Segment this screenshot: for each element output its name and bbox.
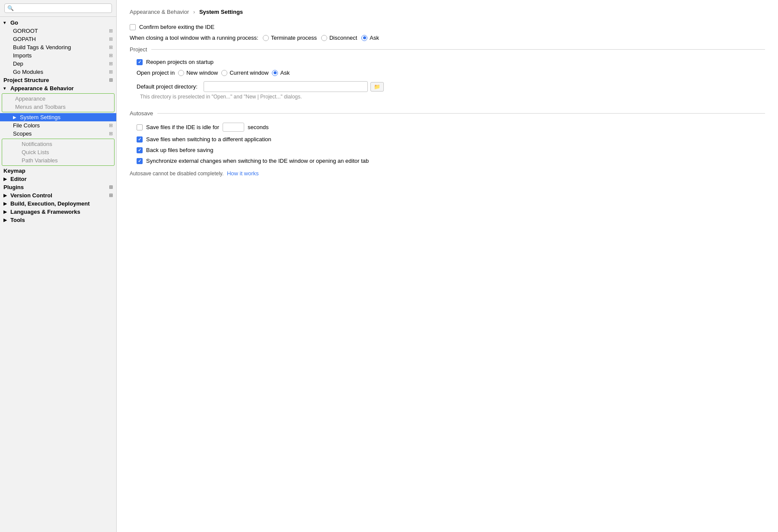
settings-icon: ⊞: [109, 193, 113, 198]
settings-icon: ⊞: [109, 184, 113, 190]
sidebar-item-goroot[interactable]: GOROOT ⊞: [0, 27, 116, 35]
sync-external-row: Synchronize external changes when switch…: [137, 158, 765, 164]
sidebar-item-tools[interactable]: ▶ Tools: [0, 216, 116, 224]
sync-external-checkbox[interactable]: [137, 158, 143, 164]
save-switching-checkbox[interactable]: [137, 136, 143, 142]
sidebar-item-quick-lists[interactable]: Quick Lists: [2, 148, 114, 156]
terminate-radio[interactable]: [263, 35, 269, 41]
chevron-right-icon: ▶: [3, 193, 9, 198]
disconnect-option[interactable]: Disconnect: [321, 35, 357, 41]
search-wrapper: 🔍: [4, 3, 112, 13]
sidebar-item-plugins[interactable]: Plugins ⊞: [0, 183, 116, 191]
search-container: 🔍: [0, 0, 116, 17]
default-dir-input[interactable]: [204, 81, 368, 92]
new-window-option[interactable]: New window: [178, 70, 218, 76]
ask-radio[interactable]: [361, 35, 367, 41]
settings-icon: ⊞: [109, 61, 113, 66]
chevron-right-icon: ▶: [3, 201, 9, 206]
breadcrumb: Appearance & Behavior › System Settings: [130, 9, 765, 15]
sidebar-item-menus-toolbars[interactable]: Menus and Toolbars: [2, 103, 114, 111]
closing-tool-window-row: When closing a tool window with a runnin…: [130, 35, 765, 41]
save-switching-label[interactable]: Save files when switching to a different…: [137, 136, 271, 142]
settings-icon: ⊞: [109, 131, 113, 136]
current-window-option[interactable]: Current window: [221, 70, 268, 76]
save-idle-label[interactable]: Save files if the IDE is idle for 15 sec…: [137, 123, 269, 132]
confirm-exit-label[interactable]: Confirm before exiting the IDE: [130, 24, 214, 30]
sidebar-item-editor[interactable]: ▶ Editor: [0, 175, 116, 183]
sidebar-item-languages-frameworks[interactable]: ▶ Languages & Frameworks: [0, 208, 116, 216]
idle-seconds-input[interactable]: 15: [223, 123, 244, 132]
settings-icon: ⊞: [109, 53, 113, 58]
terminate-process-option[interactable]: Terminate process: [263, 35, 317, 41]
green-group-top: Appearance Menus and Toolbars: [2, 93, 115, 112]
sidebar-item-system-settings[interactable]: ▶ System Settings: [0, 113, 116, 121]
sidebar-item-build-tags[interactable]: Build Tags & Vendoring ⊞: [0, 43, 116, 51]
chevron-right-icon: ▶: [13, 115, 18, 120]
section-divider: [151, 49, 765, 50]
ask-option[interactable]: Ask: [361, 35, 379, 41]
sidebar: 🔍 ▾ Go GOROOT ⊞ GOPATH ⊞ Build Tags & Ve…: [0, 0, 117, 532]
ask-project-radio[interactable]: [272, 70, 278, 76]
save-switching-row: Save files when switching to a different…: [137, 136, 765, 142]
project-section-header: Project: [130, 46, 765, 53]
confirm-exit-row: Confirm before exiting the IDE: [130, 24, 765, 30]
chevron-right-icon: ▶: [3, 218, 9, 222]
chevron-right-icon: ▶: [3, 177, 9, 181]
sidebar-item-file-colors[interactable]: File Colors ⊞: [0, 121, 116, 130]
settings-icon: ⊞: [109, 28, 113, 34]
sidebar-item-go-modules[interactable]: Go Modules ⊞: [0, 68, 116, 76]
autosave-section: Autosave Save files if the IDE is idle f…: [130, 110, 765, 177]
sidebar-item-dep[interactable]: Dep ⊞: [0, 60, 116, 68]
confirm-exit-checkbox[interactable]: [130, 24, 136, 30]
project-section: Project Reopen projects on startup Open …: [130, 46, 765, 100]
save-idle-checkbox[interactable]: [137, 124, 143, 130]
autosave-section-header: Autosave: [130, 110, 765, 117]
backup-files-label[interactable]: Back up files before saving: [137, 147, 213, 153]
autosave-note-row: Autosave cannot be disabled completely. …: [130, 170, 765, 177]
sidebar-item-gopath[interactable]: GOPATH ⊞: [0, 35, 116, 43]
settings-icon: ⊞: [109, 77, 113, 83]
disconnect-radio[interactable]: [321, 35, 327, 41]
open-project-in-row: Open project in New window Current windo…: [137, 70, 765, 76]
reopen-projects-row: Reopen projects on startup: [137, 59, 765, 65]
ask-project-option[interactable]: Ask: [272, 70, 290, 76]
sidebar-item-keymap[interactable]: Keymap: [0, 167, 116, 175]
backup-files-checkbox[interactable]: [137, 147, 143, 153]
main-content: Appearance & Behavior › System Settings …: [117, 0, 778, 532]
reopen-projects-label[interactable]: Reopen projects on startup: [137, 59, 214, 65]
settings-icon: ⊞: [109, 123, 113, 128]
default-dir-row: Default project directory: 📁: [137, 81, 765, 92]
backup-files-row: Back up files before saving: [137, 147, 765, 153]
new-window-radio[interactable]: [178, 70, 184, 76]
sidebar-tree: ▾ Go GOROOT ⊞ GOPATH ⊞ Build Tags & Vend…: [0, 17, 116, 532]
save-idle-row: Save files if the IDE is idle for 15 sec…: [137, 123, 765, 132]
chevron-down-icon: ▾: [3, 20, 9, 25]
sidebar-item-go[interactable]: ▾ Go: [0, 19, 116, 27]
current-window-radio[interactable]: [221, 70, 227, 76]
how-it-works-link[interactable]: How it works: [227, 170, 259, 177]
section-divider: [157, 113, 765, 114]
chevron-down-icon: ▾: [3, 86, 9, 91]
reopen-projects-checkbox[interactable]: [137, 59, 143, 65]
sidebar-item-path-variables[interactable]: Path Variables: [2, 156, 114, 165]
sync-external-label[interactable]: Synchronize external changes when switch…: [137, 158, 369, 164]
settings-icon: ⊞: [109, 44, 113, 50]
green-group-bottom: Notifications Quick Lists Path Variables: [2, 139, 115, 166]
search-input[interactable]: [16, 5, 109, 11]
settings-icon: ⊞: [109, 36, 113, 42]
sidebar-item-scopes[interactable]: Scopes ⊞: [0, 130, 116, 138]
search-icon: 🔍: [7, 5, 14, 11]
sidebar-item-appearance-behavior[interactable]: ▾ Appearance & Behavior: [0, 84, 116, 92]
chevron-right-icon: ▶: [3, 209, 9, 214]
sidebar-item-imports[interactable]: Imports ⊞: [0, 51, 116, 60]
sidebar-item-version-control[interactable]: ▶ Version Control ⊞: [0, 191, 116, 200]
settings-icon: ⊞: [109, 69, 113, 75]
sidebar-item-appearance[interactable]: Appearance: [2, 95, 114, 103]
browse-dir-button[interactable]: 📁: [370, 82, 384, 92]
sidebar-item-build-execution[interactable]: ▶ Build, Execution, Deployment: [0, 200, 116, 208]
sidebar-item-notifications[interactable]: Notifications: [2, 140, 114, 148]
sidebar-item-project-structure[interactable]: Project Structure ⊞: [0, 76, 116, 84]
